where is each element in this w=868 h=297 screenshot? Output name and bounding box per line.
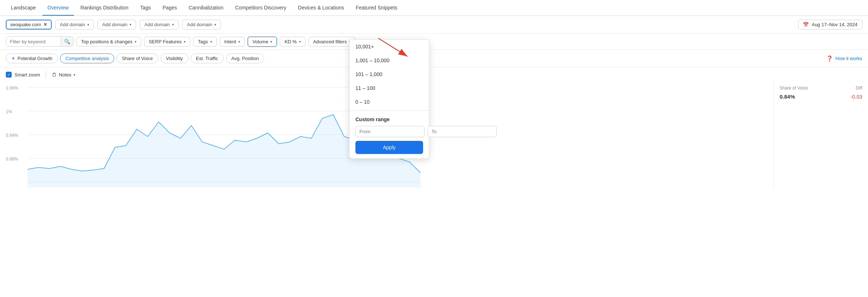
tabs-row: ✦ Potential Growth Competitive analysis … — [0, 50, 868, 67]
dropdown-divider — [350, 110, 429, 111]
nav-devices-locations[interactable]: Devices & Locations — [293, 0, 349, 16]
serp-features-filter[interactable]: SERP Features ▾ — [144, 37, 190, 47]
tab-competitive-analysis-label: Competitive analysis — [65, 56, 109, 61]
volume-option-5[interactable]: 0 – 10 — [350, 95, 429, 109]
search-icon[interactable]: 🔍 — [61, 37, 73, 46]
calendar-icon: 📅 — [803, 22, 809, 27]
y-label-3: 0.94% — [6, 133, 18, 157]
search-input[interactable] — [6, 37, 61, 46]
nav-rankings-distribution[interactable]: Rankings Distribution — [75, 0, 134, 16]
tab-competitive-analysis[interactable]: Competitive analysis — [60, 54, 114, 63]
y-label-2: 1% — [6, 109, 18, 133]
tab-avg-position-label: Avg. Position — [231, 56, 259, 61]
sov-header: Share of Voice — [780, 86, 808, 91]
smart-zoom-label: Smart zoom — [15, 72, 40, 78]
y-label-4: 0.88% — [6, 157, 18, 180]
range-from-input[interactable] — [355, 126, 425, 137]
custom-range-section: Custom range Apply — [350, 112, 429, 158]
tab-avg-position[interactable]: Avg. Position — [226, 54, 264, 63]
serp-features-label: SERP Features — [149, 39, 182, 44]
chart-controls: Smart zoom 🗒 Notes ▾ — [0, 67, 868, 82]
date-range-label: Aug 17–Nov 14, 2024 — [812, 22, 857, 27]
add-domain-1[interactable]: Add domain ▾ — [55, 20, 94, 29]
domain-label: seoquake.com — [10, 22, 41, 27]
nav-pages[interactable]: Pages — [158, 0, 182, 16]
top-positions-label: Top positions & changes — [81, 39, 132, 44]
domain-remove-btn[interactable]: ✕ — [43, 22, 47, 27]
chevron-down-icon: ▾ — [210, 40, 212, 44]
smart-zoom-checkbox[interactable] — [6, 72, 12, 78]
add-domain-2[interactable]: Add domain ▾ — [97, 20, 136, 29]
notes-icon: 🗒 — [52, 72, 57, 78]
notes-btn[interactable]: 🗒 Notes ▾ — [52, 72, 75, 78]
how-it-works-btn[interactable]: ❓ How it works — [826, 55, 862, 62]
volume-dropdown: 10,001+ 1,001 – 10,000 101 – 1,000 11 – … — [349, 39, 429, 159]
tab-potential-growth-label: Potential Growth — [17, 56, 52, 61]
nav-featured-snippets[interactable]: Featured Snippets — [351, 0, 402, 16]
add-domain-3-label: Add domain — [144, 22, 170, 27]
top-positions-filter[interactable]: Top positions & changes ▾ — [76, 37, 141, 47]
chevron-down-icon: ▾ — [184, 40, 186, 44]
tab-share-of-voice[interactable]: Share of Voice — [116, 54, 158, 63]
search-box[interactable]: 🔍 — [6, 36, 73, 47]
range-inputs — [355, 126, 423, 137]
date-range-btn[interactable]: 📅 Aug 17–Nov 14, 2024 — [798, 20, 862, 29]
star-icon: ✦ — [11, 56, 15, 61]
tab-est-traffic-label: Est. Traffic — [196, 56, 218, 61]
help-circle-icon: ❓ — [826, 55, 833, 62]
tags-label: Tags — [198, 39, 208, 44]
tab-visibility-label: Visibility — [166, 56, 183, 61]
nav-tags[interactable]: Tags — [135, 0, 156, 16]
advanced-filters-btn[interactable]: Advanced filters ▾ — [308, 37, 356, 47]
volume-option-3[interactable]: 101 – 1,000 — [350, 67, 429, 81]
chevron-down-icon: ▾ — [299, 40, 301, 44]
tags-filter[interactable]: Tags ▾ — [193, 37, 216, 47]
volume-filter[interactable]: Volume ▾ — [248, 37, 277, 47]
nav-competitors-discovery[interactable]: Competitors Discovery — [230, 0, 291, 16]
nav-landscape[interactable]: Landscape — [6, 0, 41, 16]
chevron-down-icon: ▾ — [87, 23, 89, 27]
apply-btn[interactable]: Apply — [355, 141, 423, 154]
nav-overview[interactable]: Overview — [43, 0, 74, 16]
kd-label: KD % — [284, 39, 296, 44]
divider — [46, 71, 46, 78]
chevron-down-icon: ▾ — [238, 40, 240, 44]
tab-potential-growth[interactable]: ✦ Potential Growth — [6, 54, 58, 63]
add-domain-3[interactable]: Add domain ▾ — [140, 20, 178, 29]
panel-header: Share of Voice Diff — [780, 86, 862, 91]
y-label-1: 1.06% — [6, 86, 18, 109]
smart-zoom: Smart zoom — [6, 72, 40, 78]
add-domain-2-label: Add domain — [102, 22, 127, 27]
add-domain-4[interactable]: Add domain ▾ — [182, 20, 221, 29]
range-to-input[interactable] — [427, 126, 497, 137]
volume-option-2[interactable]: 1,001 – 10,000 — [350, 54, 429, 67]
advanced-filters-label: Advanced filters — [313, 39, 347, 44]
how-it-works-label: How it works — [835, 56, 862, 61]
tab-share-of-voice-label: Share of Voice — [122, 56, 153, 61]
chevron-down-icon: ▾ — [130, 23, 131, 27]
intent-filter[interactable]: Intent ▾ — [220, 37, 245, 47]
volume-option-4[interactable]: 11 – 100 — [350, 81, 429, 95]
panel-data-row: 0.84% -0.03 — [780, 94, 862, 100]
diff-header: Diff — [856, 86, 862, 91]
nav-cannibalization[interactable]: Cannibalization — [183, 0, 228, 16]
filter-row: 🔍 Top positions & changes ▾ SERP Feature… — [0, 33, 868, 50]
volume-option-1[interactable]: 10,001+ — [350, 40, 429, 54]
chevron-down-icon: ▾ — [270, 40, 272, 44]
add-domain-1-label: Add domain — [60, 22, 85, 27]
notes-label: Notes — [59, 72, 71, 78]
add-domain-4-label: Add domain — [187, 22, 212, 27]
tab-est-traffic[interactable]: Est. Traffic — [191, 54, 224, 63]
diff-value: -0.03 — [851, 94, 862, 100]
chevron-down-icon: ▾ — [135, 40, 136, 44]
volume-label: Volume — [252, 39, 268, 44]
tab-visibility[interactable]: Visibility — [160, 54, 188, 63]
kd-filter[interactable]: KD % ▾ — [280, 37, 305, 47]
domain-row: seoquake.com ✕ Add domain ▾ Add domain ▾… — [0, 16, 868, 33]
top-nav: Landscape Overview Rankings Distribution… — [0, 0, 868, 16]
right-panel: Share of Voice Diff 0.84% -0.03 — [773, 82, 868, 189]
chevron-down-icon: ▾ — [73, 73, 75, 77]
chevron-down-icon: ▾ — [172, 23, 174, 27]
chevron-down-icon: ▾ — [214, 23, 216, 27]
domain-tag[interactable]: seoquake.com ✕ — [6, 20, 52, 29]
